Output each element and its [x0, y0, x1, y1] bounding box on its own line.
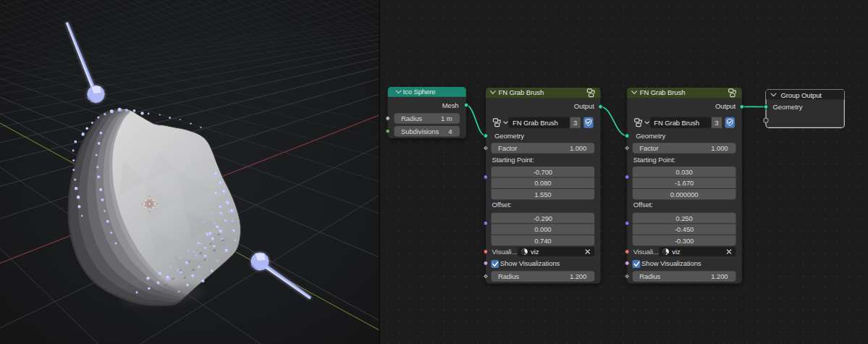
- svg-text:FN Grab Brush: FN Grab Brush: [640, 88, 686, 96]
- svg-text:Radius: Radius: [401, 114, 422, 122]
- svg-text:4: 4: [448, 127, 452, 135]
- svg-text:1.200: 1.200: [711, 272, 728, 280]
- svg-text:Radius: Radius: [498, 272, 519, 280]
- svg-text:FN Grab Brush: FN Grab Brush: [654, 119, 699, 127]
- svg-text:Ico Sphere: Ico Sphere: [403, 88, 436, 96]
- svg-text:Starting Point:: Starting Point:: [633, 156, 675, 164]
- svg-text:Factor: Factor: [498, 144, 517, 152]
- svg-text:Geometry: Geometry: [494, 132, 524, 140]
- svg-text:Radius: Radius: [639, 272, 660, 280]
- svg-text:-1.670: -1.670: [675, 179, 694, 187]
- svg-text:Group Output: Group Output: [781, 91, 822, 99]
- svg-text:Factor: Factor: [639, 144, 658, 152]
- svg-text:0.080: 0.080: [534, 179, 551, 187]
- svg-text:viz: viz: [531, 248, 539, 256]
- svg-text:-0.700: -0.700: [534, 168, 552, 176]
- svg-text:1.550: 1.550: [534, 190, 551, 198]
- svg-text:Visuali...: Visuali...: [633, 248, 659, 256]
- svg-text:Geometry: Geometry: [636, 132, 665, 140]
- svg-text:Subdivisions: Subdivisions: [401, 127, 439, 135]
- svg-text:viz: viz: [672, 248, 681, 256]
- svg-text:0.000: 0.000: [534, 225, 551, 233]
- svg-text:1 m: 1 m: [441, 114, 452, 122]
- svg-text:1.000: 1.000: [711, 144, 728, 152]
- svg-text:0.030: 0.030: [675, 168, 692, 176]
- svg-text:Mesh: Mesh: [442, 101, 459, 109]
- svg-text:1.000: 1.000: [570, 144, 586, 152]
- svg-text:Offset:: Offset:: [492, 201, 512, 209]
- svg-text:Show Visualizations: Show Visualizations: [500, 259, 560, 267]
- svg-text:Offset:: Offset:: [633, 201, 653, 209]
- svg-text:Output: Output: [715, 102, 736, 110]
- svg-text:Visuali...: Visuali...: [492, 248, 518, 256]
- svg-text:0.740: 0.740: [534, 237, 551, 245]
- svg-text:Starting Point:: Starting Point:: [492, 156, 534, 164]
- svg-text:1.200: 1.200: [570, 272, 586, 280]
- svg-text:FN Grab Brush: FN Grab Brush: [513, 119, 558, 127]
- svg-text:-0.300: -0.300: [675, 237, 694, 245]
- svg-text:Show Visualizations: Show Visualizations: [641, 259, 701, 267]
- svg-text:3: 3: [715, 119, 718, 127]
- svg-text:0.000000: 0.000000: [670, 190, 699, 198]
- svg-text:Output: Output: [574, 102, 594, 110]
- svg-text:3: 3: [573, 119, 577, 127]
- svg-text:-0.450: -0.450: [675, 225, 694, 233]
- svg-text:Geometry: Geometry: [773, 103, 803, 111]
- svg-text:0.250: 0.250: [675, 214, 692, 222]
- svg-text:FN Grab Brush: FN Grab Brush: [499, 88, 544, 96]
- svg-text:-0.290: -0.290: [534, 214, 552, 222]
